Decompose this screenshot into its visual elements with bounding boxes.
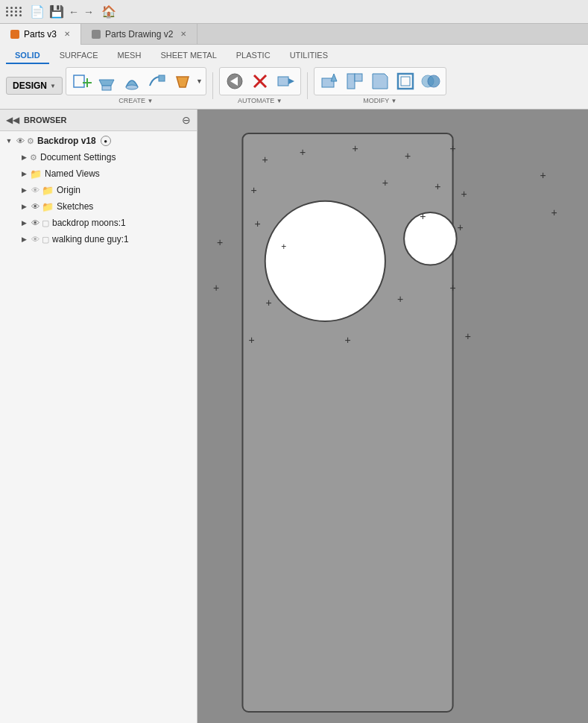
- save-icon[interactable]: 💾: [49, 4, 64, 19]
- back-btn[interactable]: [223, 69, 247, 93]
- separator-1: [212, 72, 213, 99]
- undo-btn[interactable]: ←: [69, 6, 79, 18]
- browser-menu-btn[interactable]: ⊖: [182, 114, 191, 126]
- combine-btn[interactable]: [419, 69, 443, 93]
- tree-item-sketches[interactable]: ▶ 👁 📁 Sketches: [0, 198, 197, 215]
- shell-btn[interactable]: [393, 69, 417, 93]
- automate-label: AUTOMATE ▼: [238, 97, 282, 104]
- automate-run-btn[interactable]: [274, 69, 297, 93]
- tab-sheet-metal[interactable]: SHEET METAL: [151, 48, 225, 64]
- svg-text:+: +: [213, 282, 219, 294]
- svg-text:+: +: [405, 150, 411, 162]
- tree-expand-dune-guy[interactable]: ▶: [18, 233, 30, 245]
- fillet-btn[interactable]: [343, 69, 367, 93]
- tab-parts-drawing-v2[interactable]: Parts Drawing v2 ✕: [81, 24, 197, 45]
- svg-rect-6: [159, 75, 165, 81]
- toolbar-row: DESIGN ▼: [0, 64, 588, 109]
- svg-text:+: +: [397, 293, 403, 305]
- parts-tab-icon: [10, 30, 19, 39]
- create-label: CREATE ▼: [118, 97, 153, 104]
- svg-rect-20: [401, 77, 410, 86]
- drawing-tab-icon: [92, 30, 101, 39]
- tree-item-doc-settings[interactable]: ▶ ⚙ Document Settings: [0, 149, 197, 165]
- eye-icon-sketches[interactable]: 👁: [30, 202, 40, 211]
- part-icon-moons: ▢: [42, 218, 49, 228]
- create-dropdown[interactable]: ▼: [196, 78, 203, 85]
- moons-label: backdrop moons:1: [52, 218, 126, 228]
- eye-icon-backdrop[interactable]: 👁: [15, 136, 25, 145]
- browser-panel: ◀◀ BROWSER ⊖ ▼ 👁 ⚙ Backdrop v18 ● ▶ ⚙: [0, 110, 197, 723]
- tab-mesh[interactable]: MESH: [109, 48, 151, 64]
- svg-rect-17: [355, 74, 362, 81]
- svg-text:+: +: [248, 334, 254, 346]
- tab-parts-v3[interactable]: Parts v3 ✕: [0, 24, 81, 45]
- svg-point-26: [404, 212, 457, 265]
- press-pull-btn[interactable]: [317, 69, 341, 93]
- svg-text:+: +: [300, 146, 306, 158]
- redo-btn[interactable]: →: [83, 6, 94, 18]
- tab-plastic[interactable]: PLASTIC: [227, 48, 279, 64]
- svg-text:+: +: [262, 154, 268, 165]
- svg-text:+: +: [465, 330, 471, 342]
- svg-text:+: +: [420, 210, 426, 222]
- svg-text:+: +: [461, 188, 467, 200]
- toolbar: SOLID SURFACE MESH SHEET METAL PLASTIC U…: [0, 45, 588, 110]
- svg-text:+: +: [352, 142, 358, 154]
- modify-group: [314, 67, 446, 95]
- tree-expand-named-views[interactable]: ▶: [18, 168, 30, 180]
- main-area: ◀◀ BROWSER ⊖ ▼ 👁 ⚙ Backdrop v18 ● ▶ ⚙: [0, 110, 588, 723]
- modify-group-wrap: MODIFY ▼: [314, 67, 446, 104]
- tree-expand-backdrop[interactable]: ▼: [3, 135, 15, 147]
- gear-icon-backdrop[interactable]: ⚙: [27, 136, 34, 146]
- eye-icon-origin[interactable]: 👁: [30, 186, 40, 195]
- svg-text:+: +: [281, 241, 286, 252]
- extrude-btn[interactable]: [95, 69, 118, 93]
- home-icon[interactable]: 🏠: [101, 4, 116, 19]
- svg-text:+: +: [551, 206, 557, 218]
- tree-item-walking-dune-guy[interactable]: ▶ 👁 ▢ walking dune guy:1: [0, 231, 197, 247]
- tab-surface[interactable]: SURFACE: [51, 48, 107, 64]
- canvas-area[interactable]: + + + + + + + + + + + + + + + + + + + +: [197, 110, 588, 723]
- tree-expand-origin[interactable]: ▶: [18, 184, 30, 196]
- loft-btn[interactable]: [171, 69, 195, 93]
- svg-rect-19: [398, 74, 413, 89]
- folder-icon-origin: 📁: [42, 185, 54, 196]
- new-body-btn[interactable]: [69, 69, 93, 93]
- automate-group: [219, 67, 301, 95]
- svg-text:+: +: [449, 282, 455, 294]
- tree-item-named-views[interactable]: ▶ 📁 Named Views: [0, 165, 197, 182]
- tab-solid[interactable]: SOLID: [6, 48, 49, 64]
- tree-item-backdrop-moons[interactable]: ▶ 👁 ▢ backdrop moons:1: [0, 215, 197, 231]
- tab-close-drawing[interactable]: ✕: [180, 30, 186, 38]
- browser-content: ▼ 👁 ⚙ Backdrop v18 ● ▶ ⚙ Document Settin…: [0, 131, 197, 723]
- eye-icon-moons[interactable]: 👁: [30, 218, 40, 227]
- browser-title: BROWSER: [24, 116, 177, 124]
- tab-close-parts[interactable]: ✕: [64, 30, 70, 38]
- svg-point-22: [428, 75, 440, 87]
- chamfer-btn[interactable]: [368, 69, 392, 93]
- collapse-icon[interactable]: ◀◀: [6, 115, 19, 125]
- dune-guy-label: walking dune guy:1: [52, 234, 129, 244]
- eye-icon-dune-guy[interactable]: 👁: [30, 235, 40, 244]
- modify-label: MODIFY ▼: [363, 97, 396, 104]
- tree-item-origin[interactable]: ▶ 👁 📁 Origin: [0, 182, 197, 198]
- svg-marker-7: [177, 77, 189, 87]
- tree-expand-doc[interactable]: ▶: [18, 151, 30, 163]
- toolbar-tabs: SOLID SURFACE MESH SHEET METAL PLASTIC U…: [0, 45, 588, 64]
- grid-menu-icon[interactable]: [6, 7, 22, 16]
- svg-rect-4: [102, 86, 111, 90]
- cancel-btn[interactable]: [248, 69, 272, 93]
- tree-expand-moons[interactable]: ▶: [18, 217, 30, 229]
- tab-utilities[interactable]: UTILITIES: [281, 48, 337, 64]
- svg-marker-18: [373, 74, 388, 89]
- tree-item-backdrop[interactable]: ▼ 👁 ⚙ Backdrop v18 ●: [0, 133, 197, 149]
- tree-expand-sketches[interactable]: ▶: [18, 201, 30, 212]
- svg-rect-12: [278, 77, 288, 86]
- revolve-btn[interactable]: [120, 69, 144, 93]
- design-button[interactable]: DESIGN ▼: [6, 77, 63, 95]
- svg-marker-3: [99, 80, 114, 86]
- svg-marker-13: [288, 78, 294, 84]
- sweep-btn[interactable]: [145, 69, 169, 93]
- file-icon[interactable]: 📄: [30, 4, 45, 19]
- tab-drawing-label: Parts Drawing v2: [105, 29, 173, 40]
